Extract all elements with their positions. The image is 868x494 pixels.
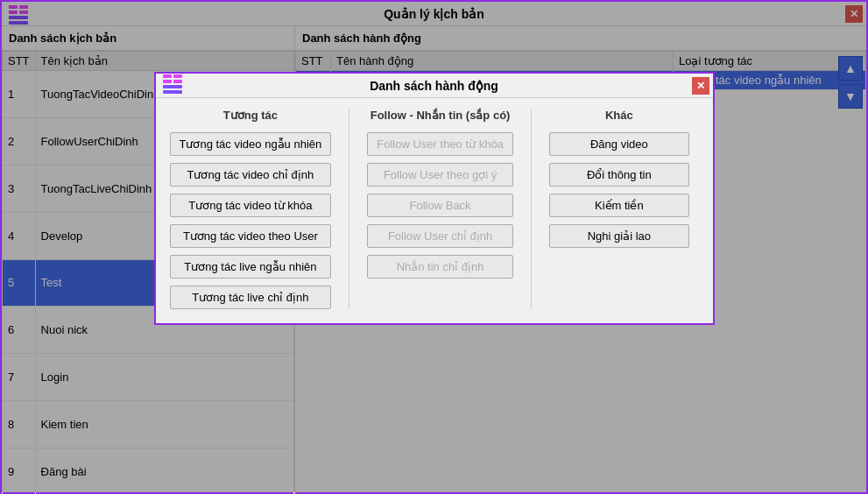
modal-titlebar: Danh sách hành động ✕ [156,74,713,98]
khac-header: Khác [549,109,689,122]
modal-body: Tương tác Tương tác video ngẫu nhiên Tươ… [156,98,713,323]
btn-follow-tukhoa[interactable]: Follow User theo từ khóa [367,132,513,156]
btn-follow-chiDinh[interactable]: Follow User chỉ định [367,224,513,248]
modal-overlay: Danh sách hành động ✕ Tương tác Tương tá… [2,2,866,492]
modal-logo [163,74,182,96]
btn-tuongtac-live-ngaunhien[interactable]: Tương tác live ngẫu nhiên [170,255,332,279]
tuongtac-header: Tương tác [170,109,332,122]
col-divider-1 [349,109,349,309]
svg-rect-6 [163,74,172,78]
btn-nhantin-chiDinh[interactable]: Nhắn tin chỉ định [367,255,513,279]
svg-rect-10 [163,85,182,88]
btn-follow-back[interactable]: Follow Back [367,194,513,217]
col-divider-2 [531,109,532,309]
modal-title: Danh sách hành động [370,79,498,93]
modal-dialog: Danh sách hành động ✕ Tương tác Tương tá… [154,72,715,325]
btn-doi-thongtin[interactable]: Đổi thông tin [549,163,689,187]
btn-tuongtac-live-chiDinh[interactable]: Tương tác live chỉ định [170,286,332,309]
modal-close-button[interactable]: ✕ [692,77,709,95]
btn-dang-video[interactable]: Đăng video [549,132,689,156]
follow-header: Follow - Nhắn tin (sắp có) [367,109,513,122]
btn-tuongtac-video-ngaunhien[interactable]: Tương tác video ngẫu nhiên [170,132,332,156]
svg-rect-7 [163,80,172,83]
btn-follow-goiy[interactable]: Follow User theo gợi ý [367,163,513,187]
btn-tuongtac-video-tukhoa[interactable]: Tương tác video từ khóa [170,194,332,217]
svg-rect-8 [173,74,182,78]
btn-tuongtac-video-theoUser[interactable]: Tương tác video theo User [170,224,332,248]
btn-nghi-gilao[interactable]: Nghi giải lao [549,224,689,248]
modal-col-khac: Khác Đăng video Đổi thông tin Kiếm tiền … [549,109,689,309]
modal-col-follow: Follow - Nhắn tin (sắp có) Follow User t… [367,109,513,309]
modal-col-tuongtac: Tương tác Tương tác video ngẫu nhiên Tươ… [170,109,332,309]
svg-rect-11 [163,90,182,94]
main-window: Quản lý kịch bản ✕ Danh sách kịch bản ST… [0,0,868,494]
svg-rect-9 [173,80,182,83]
btn-tuongtac-video-chiDinh[interactable]: Tương tác video chỉ định [170,163,332,187]
btn-kiem-tien[interactable]: Kiếm tiền [549,194,689,217]
